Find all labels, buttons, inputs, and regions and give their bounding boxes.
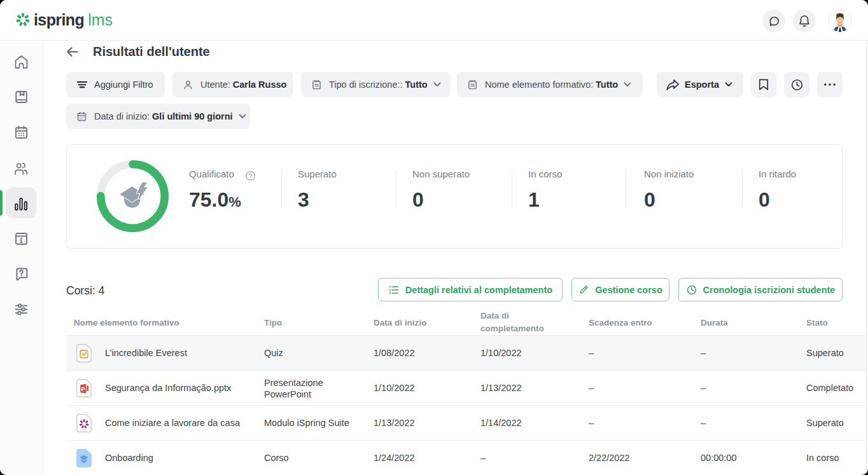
svg-text:P: P (81, 386, 85, 392)
